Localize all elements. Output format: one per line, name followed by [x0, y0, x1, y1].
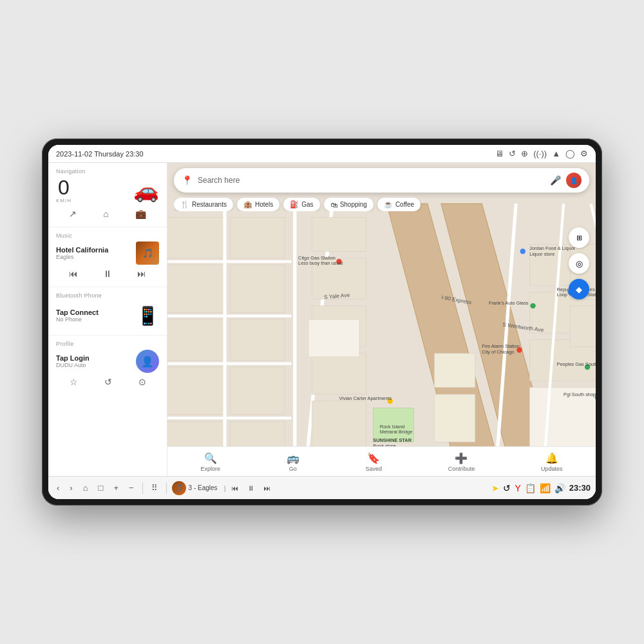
coffee-pill[interactable]: ☕ Coffee	[377, 198, 421, 211]
updates-icon: 🔔	[545, 452, 558, 464]
svg-rect-24	[312, 354, 366, 394]
music-label: Music	[56, 232, 159, 239]
svg-rect-21	[312, 218, 366, 252]
music-info: Hotel California Eagles	[56, 246, 131, 260]
bluetooth-label: Bluetooth Phone	[56, 292, 159, 299]
go-label: Go	[289, 466, 297, 472]
speed-value: 0	[56, 177, 71, 198]
prev-icon[interactable]: ⏮	[65, 267, 82, 280]
music-title: Hotel California	[56, 246, 131, 254]
taskbar-music-number: 3 -	[189, 484, 198, 491]
music-controls: ⏮ ⏸ ⏭	[56, 265, 159, 281]
taskbar-prev-icon[interactable]: ⏮	[228, 483, 242, 493]
window-button[interactable]: □	[95, 482, 107, 494]
svg-point-42	[520, 249, 526, 254]
wifi-icon: ▲	[552, 149, 560, 158]
screen: 2023-11-02 Thursday 23:30 🖥 ↺ ⊕ ((·)) ▲ …	[48, 145, 596, 499]
map-controls: ⊞ ◎ ◆	[569, 227, 589, 299]
music-separator: |	[224, 484, 226, 492]
share-icon[interactable]: ↗	[65, 207, 80, 220]
minus-button[interactable]: −	[126, 482, 137, 494]
go-nav-item[interactable]: 🚌 Go	[279, 451, 307, 473]
status-icons: 🖥 ↺ ⊕ ((·)) ▲ ◯ ⚙	[495, 149, 588, 158]
status-bar: 2023-11-02 Thursday 23:30 🖥 ↺ ⊕ ((·)) ▲ …	[48, 145, 596, 163]
home-button[interactable]: ⌂	[80, 482, 91, 494]
taskbar-next-icon[interactable]: ⏭	[260, 483, 274, 493]
contribute-label: Contribute	[448, 466, 475, 472]
taskbar-app-icon: 📋	[525, 483, 536, 493]
svg-rect-8	[230, 367, 285, 415]
next-icon[interactable]: ⏭	[133, 267, 150, 280]
bt-info: Tap Connect No Phone	[56, 308, 131, 323]
briefcase-icon[interactable]: 💼	[131, 207, 150, 220]
camera-icon[interactable]: ⊙	[135, 375, 150, 388]
grid-button[interactable]: ⠿	[148, 482, 161, 494]
user-avatar[interactable]: 👤	[566, 173, 582, 188]
location-button[interactable]: ◎	[569, 253, 589, 274]
shopping-pill[interactable]: 🛍 Shopping	[324, 198, 374, 211]
taskbar-time: 23:30	[569, 483, 591, 493]
updates-label: Updates	[541, 466, 563, 472]
svg-rect-3	[167, 265, 223, 312]
bt-title: Tap Connect	[56, 308, 131, 316]
map-search-bar[interactable]: 📍 Search here 🎤 👤	[174, 168, 589, 193]
search-input[interactable]: Search here	[198, 176, 545, 185]
taskbar: ‹ › ⌂ □ + − ⠿ 🎵 3 - Eagles | ⏮ ⏸ ⏭ ➤ ↺	[48, 476, 596, 499]
google-maps-icon: 📍	[182, 175, 193, 185]
taskbar-wifi-icon: 📶	[540, 483, 551, 493]
svg-rect-4	[230, 265, 285, 312]
explore-icon: 🔍	[204, 452, 217, 464]
car-icon: 🚗	[133, 178, 159, 203]
svg-point-43	[530, 303, 535, 308]
explore-label: Explore	[200, 466, 220, 472]
home-icon[interactable]: ⌂	[99, 207, 112, 220]
status-datetime: 2023-11-02 Thursday 23:30	[56, 150, 144, 158]
hotels-pill[interactable]: 🏨 Hotels	[237, 198, 279, 211]
map-bottom-nav: 🔍 Explore 🚌 Go 🔖 Saved ➕ Contribute	[167, 446, 596, 476]
layers-button[interactable]: ⊞	[569, 227, 589, 248]
taskbar-pause-icon[interactable]: ⏸	[244, 483, 258, 493]
compass-icon: ⊕	[521, 149, 528, 158]
music-thumbnail: 🎵	[136, 242, 159, 265]
profile-controls: ☆ ↺ ⊙	[56, 373, 159, 390]
add-button[interactable]: +	[110, 482, 122, 494]
main-content: Navigation 0 KM/H 🚗 ↗ ⌂ 💼	[48, 163, 596, 476]
avatar: 👤	[136, 350, 159, 373]
profile-info: Tap Login DUDU Auto	[56, 354, 131, 368]
directions-button[interactable]: ◆	[569, 279, 589, 299]
svg-rect-1	[167, 218, 223, 258]
forward-button[interactable]: ›	[66, 482, 75, 494]
restaurants-pill[interactable]: 🍴 Restaurants	[174, 198, 233, 211]
device-frame: 2023-11-02 Thursday 23:30 🖥 ↺ ⊕ ((·)) ▲ …	[42, 138, 602, 506]
saved-nav-item[interactable]: 🔖 Saved	[357, 451, 390, 473]
saved-icon: 🔖	[367, 452, 380, 464]
signal-icon: ((·))	[533, 149, 547, 158]
taskbar-music-artist: Eagles	[198, 484, 218, 491]
shopping-icon: 🛍	[330, 201, 337, 209]
shopping-label: Shopping	[340, 201, 367, 208]
back-button[interactable]: ‹	[53, 482, 62, 494]
svg-rect-27	[434, 394, 475, 442]
gas-pill[interactable]: ⛽ Gas	[283, 198, 319, 211]
explore-nav-item[interactable]: 🔍 Explore	[193, 451, 228, 473]
refresh-profile-icon[interactable]: ↺	[100, 375, 116, 388]
pause-icon[interactable]: ⏸	[99, 267, 116, 280]
taskbar-right: ➤ ↺ Y 📋 📶 🔊 23:30	[491, 483, 591, 493]
hotel-icon: 🏨	[243, 200, 252, 209]
coffee-label: Coffee	[395, 201, 414, 208]
svg-text:Pgl South shop: Pgl South shop	[564, 392, 596, 397]
navigation-label: Navigation	[56, 168, 159, 175]
taskbar-music-info: 3 - Eagles	[189, 484, 218, 491]
music-artist: Eagles	[56, 254, 131, 260]
updates-nav-item[interactable]: 🔔 Updates	[533, 451, 571, 473]
profile-label: Profile	[56, 341, 159, 347]
contribute-nav-item[interactable]: ➕ Contribute	[440, 451, 483, 473]
phone-icon: 📱	[136, 301, 159, 330]
coffee-icon: ☕	[384, 200, 393, 209]
svg-text:Less busy than usual: Less busy than usual	[298, 260, 343, 266]
star-icon[interactable]: ☆	[66, 375, 82, 388]
saved-label: Saved	[365, 466, 382, 472]
taskbar-divider-1	[142, 482, 143, 494]
map-area[interactable]: S Yale Ave I-90 Express S Wentworth Ave …	[167, 163, 596, 476]
microphone-icon[interactable]: 🎤	[550, 175, 561, 185]
